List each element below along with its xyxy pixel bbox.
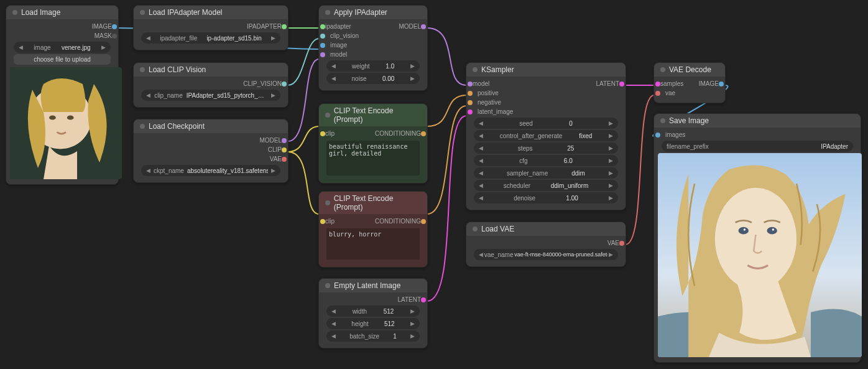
node-header[interactable]: Load Checkpoint xyxy=(134,119,288,133)
port-samples-in[interactable] xyxy=(655,82,660,86)
node-header[interactable]: KSampler xyxy=(466,63,626,77)
port-model-out[interactable] xyxy=(282,138,287,143)
port-clip-in[interactable] xyxy=(320,219,325,224)
prev-arrow-icon[interactable]: ◀ xyxy=(479,157,483,164)
node-load-clip-vision[interactable]: Load CLIP Vision CLIP_VISION ◀ clip_name… xyxy=(133,62,289,108)
port-ipadapter-in[interactable] xyxy=(320,24,325,29)
prev-arrow-icon[interactable]: ◀ xyxy=(331,63,336,69)
next-arrow-icon[interactable]: ▶ xyxy=(101,44,106,50)
port-clip-out[interactable] xyxy=(282,147,287,152)
prev-arrow-icon[interactable]: ◀ xyxy=(331,333,336,339)
node-header[interactable]: Load Image xyxy=(6,6,118,19)
collapse-dot-icon[interactable] xyxy=(325,283,330,288)
collapse-dot-icon[interactable] xyxy=(473,67,478,72)
collapse-dot-icon[interactable] xyxy=(140,124,145,129)
node-load-vae[interactable]: Load VAE VAE ◀ vae_name vae-ft-mse-84000… xyxy=(466,222,626,267)
node-vae-decode[interactable]: VAE Decode samples IMAGE vae xyxy=(653,62,726,103)
prev-arrow-icon[interactable]: ◀ xyxy=(479,195,483,201)
prev-arrow-icon[interactable]: ◀ xyxy=(146,35,150,41)
seed-field[interactable]: ◀seed0▶ xyxy=(474,118,618,129)
denoise-field[interactable]: ◀denoise1.00▶ xyxy=(474,192,618,203)
port-mask-out[interactable] xyxy=(112,34,117,39)
port-conditioning-out[interactable] xyxy=(421,131,426,136)
port-ipadapter-out[interactable] xyxy=(282,24,287,29)
prompt-text-input[interactable]: blurry, horror xyxy=(326,228,420,259)
collapse-dot-icon[interactable] xyxy=(660,67,665,72)
prompt-text-input[interactable]: beautiful renaissance girl, detailed xyxy=(326,141,420,175)
port-model-in[interactable] xyxy=(468,82,473,86)
clip-name-field[interactable]: ◀ clip_name IPAdapter_sd15_pytorch_model… xyxy=(141,90,280,101)
port-negative-in[interactable] xyxy=(468,100,473,105)
noise-field[interactable]: ◀ noise 0.00 ▶ xyxy=(326,73,420,84)
node-header[interactable]: VAE Decode xyxy=(654,63,725,77)
node-header[interactable]: Load CLIP Vision xyxy=(134,63,288,77)
next-arrow-icon[interactable]: ▶ xyxy=(609,145,613,151)
port-latent-in[interactable] xyxy=(468,110,473,114)
port-model-out[interactable] xyxy=(421,24,426,29)
next-arrow-icon[interactable]: ▶ xyxy=(609,120,613,126)
prev-arrow-icon[interactable]: ◀ xyxy=(479,120,483,126)
next-arrow-icon[interactable]: ▶ xyxy=(410,308,415,314)
prev-arrow-icon[interactable]: ◀ xyxy=(479,145,483,151)
node-empty-latent[interactable]: Empty Latent Image LATENT ◀ width 512 ▶ … xyxy=(318,278,428,348)
collapse-dot-icon[interactable] xyxy=(325,200,330,205)
control-after-generate-field[interactable]: ◀control_after_generatefixed▶ xyxy=(474,130,618,141)
port-vae-in[interactable] xyxy=(655,91,660,96)
port-conditioning-out[interactable] xyxy=(421,219,426,224)
node-header[interactable]: Apply IPAdapter xyxy=(319,6,427,19)
node-load-ipadapter[interactable]: Load IPAdapter Model IPADAPTER ◀ ipadapt… xyxy=(133,5,289,50)
node-ksampler[interactable]: KSampler model LATENT positive negative … xyxy=(466,62,626,210)
vae-name-field[interactable]: ◀ vae_name vae-ft-mse-840000-ema-pruned.… xyxy=(474,249,618,260)
prev-arrow-icon[interactable]: ◀ xyxy=(479,182,483,189)
width-field[interactable]: ◀ width 512 ▶ xyxy=(326,306,420,317)
node-header[interactable]: Load IPAdapter Model xyxy=(134,6,288,19)
node-header[interactable]: Empty Latent Image xyxy=(319,279,427,292)
height-field[interactable]: ◀ height 512 ▶ xyxy=(326,318,420,329)
port-image-out[interactable] xyxy=(719,82,724,86)
next-arrow-icon[interactable]: ▶ xyxy=(609,133,613,139)
port-latent-out[interactable] xyxy=(421,297,426,302)
node-load-checkpoint[interactable]: Load Checkpoint MODEL CLIP VAE ◀ ckpt_na… xyxy=(133,119,289,183)
prev-arrow-icon[interactable]: ◀ xyxy=(146,167,150,174)
upload-button[interactable]: choose file to upload xyxy=(14,54,111,65)
next-arrow-icon[interactable]: ▶ xyxy=(271,92,275,98)
node-save-image[interactable]: Save Image images filename_prefix IPAdap… xyxy=(653,113,861,363)
prev-arrow-icon[interactable]: ◀ xyxy=(19,44,23,50)
prev-arrow-icon[interactable]: ◀ xyxy=(331,75,336,82)
node-load-image[interactable]: Load Image IMAGE MASK ◀ image venere.jpg… xyxy=(6,5,119,185)
node-header[interactable]: Save Image xyxy=(654,114,861,128)
prev-arrow-icon[interactable]: ◀ xyxy=(331,320,336,327)
next-arrow-icon[interactable]: ▶ xyxy=(609,195,613,201)
next-arrow-icon[interactable]: ▶ xyxy=(609,157,613,164)
collapse-dot-icon[interactable] xyxy=(660,118,665,123)
port-model-in[interactable] xyxy=(320,52,325,57)
collapse-dot-icon[interactable] xyxy=(325,113,330,118)
collapse-dot-icon[interactable] xyxy=(325,10,330,15)
next-arrow-icon[interactable]: ▶ xyxy=(609,170,613,176)
port-clipvision-out[interactable] xyxy=(282,82,287,86)
ipadapter-file-field[interactable]: ◀ ipadapter_file ip-adapter_sd15.bin ▶ xyxy=(141,32,280,44)
image-file-field[interactable]: ◀ image venere.jpg ▶ xyxy=(14,42,111,53)
port-image-out[interactable] xyxy=(112,24,117,29)
cfg-field[interactable]: ◀cfg6.0▶ xyxy=(474,155,618,166)
port-vae-out[interactable] xyxy=(619,241,624,246)
weight-field[interactable]: ◀ weight 1.0 ▶ xyxy=(326,60,420,72)
next-arrow-icon[interactable]: ▶ xyxy=(271,167,275,174)
port-images-in[interactable] xyxy=(655,133,660,138)
node-header[interactable]: CLIP Text Encode (Prompt) xyxy=(319,104,427,126)
scheduler-field[interactable]: ◀schedulerddim_uniform▶ xyxy=(474,180,618,191)
next-arrow-icon[interactable]: ▶ xyxy=(410,63,415,69)
port-image-in[interactable] xyxy=(320,43,325,48)
collapse-dot-icon[interactable] xyxy=(12,10,17,15)
collapse-dot-icon[interactable] xyxy=(140,67,145,72)
node-header[interactable]: CLIP Text Encode (Prompt) xyxy=(319,192,427,214)
port-clipvision-in[interactable] xyxy=(320,34,325,39)
next-arrow-icon[interactable]: ▶ xyxy=(609,182,613,189)
next-arrow-icon[interactable]: ▶ xyxy=(410,333,415,339)
prev-arrow-icon[interactable]: ◀ xyxy=(479,251,483,258)
next-arrow-icon[interactable]: ▶ xyxy=(271,35,275,41)
sampler-name-field[interactable]: ◀sampler_nameddim▶ xyxy=(474,167,618,179)
port-positive-in[interactable] xyxy=(468,91,473,96)
port-vae-out[interactable] xyxy=(282,157,287,162)
node-clip-text-negative[interactable]: CLIP Text Encode (Prompt) clip CONDITION… xyxy=(318,191,428,268)
